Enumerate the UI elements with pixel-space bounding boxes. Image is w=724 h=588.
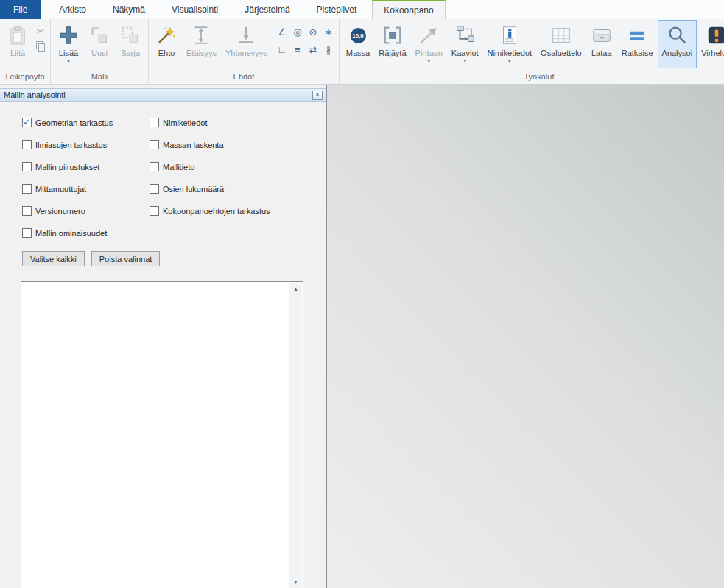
tab-arkisto[interactable]: Arkisto [48, 0, 97, 19]
analyze-button[interactable]: Analysoi [658, 20, 697, 68]
checkbox-box[interactable] [150, 140, 159, 149]
checkbox-box[interactable] [22, 140, 32, 149]
scroll-up-button[interactable]: ▲ [289, 283, 302, 295]
checkbox-label: Osien lukumäärä [163, 185, 224, 194]
checkbox-box[interactable] [150, 162, 159, 171]
checkbox-box[interactable] [150, 118, 159, 127]
angle-constraint-button[interactable]: ∠ [275, 25, 289, 39]
error-log-button[interactable]: Virheloki [697, 20, 724, 68]
dropdown-arrow-icon: ▾ [67, 58, 70, 63]
workspace: Mallin analysointi × Geometrian tarkastu… [0, 85, 724, 588]
item-data-button[interactable]: Nimiketiedot ▾ [483, 20, 537, 68]
checkbox-label: Massan laskenta [163, 141, 224, 149]
tab-kokoonpano[interactable]: Kokoonpano [372, 0, 445, 19]
scroll-down-button[interactable]: ▼ [289, 575, 302, 588]
checkbox-box[interactable] [22, 184, 32, 194]
checkbox-mittamuuttujat[interactable]: Mittamuuttujat [22, 184, 150, 194]
close-icon: × [315, 91, 320, 99]
mass-badge-icon: 10,0 [351, 23, 366, 48]
checkbox-label: Mallitieto [163, 163, 194, 171]
checkbox-box[interactable] [22, 162, 32, 171]
checkbox-box[interactable] [22, 206, 32, 216]
solve-button[interactable]: Ratkaise [617, 20, 658, 68]
checkbox-mallin-piirustukset[interactable]: Mallin piirustukset [22, 162, 150, 171]
tab-visualisointi[interactable]: Visualisointi [161, 0, 229, 19]
analysis-options: Geometrian tarkastus Ilmiasujen tarkastu… [22, 118, 270, 250]
checkbox-kokoonpanoehtojen-tarkastus[interactable]: Kokoonpanoehtojen tarkastus [150, 206, 270, 216]
checkbox-osien-lukumaara[interactable]: Osien lukumäärä [150, 184, 270, 194]
parts-list-table-icon [550, 23, 572, 48]
add-plus-icon [57, 23, 80, 48]
antiparallel-constraint-button[interactable]: ∦ [321, 43, 336, 57]
pattern-constraint-icon: ∗ [324, 27, 332, 37]
cut-icon: ✂ [37, 26, 45, 36]
checkbox-massan-laskenta[interactable]: Massan laskenta [150, 140, 270, 149]
condition-button[interactable]: Ehto [151, 20, 182, 68]
group-label-leikepoyta: Leikepöytä [2, 70, 48, 84]
ribbon: Liitä ✂ Leikepöytä [0, 19, 724, 85]
checkbox-label: Nimiketiedot [163, 118, 208, 127]
checkbox-mallitieto[interactable]: Mallitieto [150, 162, 270, 171]
ribbon-group-leikepoyta: Liitä ✂ Leikepöytä [0, 19, 51, 84]
parts-list-button[interactable]: Osaluettelo [536, 20, 586, 68]
checkbox-label: Mallin ominaisuudet [35, 229, 107, 238]
analysis-results-list[interactable]: ▲ ▼ [21, 281, 303, 588]
mass-button[interactable]: 10,0 Massa [342, 20, 374, 68]
checkbox-label: Mallin piirustukset [35, 163, 99, 171]
distance-constraint-button[interactable]: Etäisyys [182, 20, 221, 68]
checkbox-box[interactable] [150, 184, 159, 194]
tab-jarjestelma[interactable]: Järjestelmä [233, 0, 301, 19]
checkbox-box[interactable] [22, 228, 32, 238]
ribbon-group-tyokalut: 10,0 Massa Räjäytä Pintaan ▾ [340, 19, 724, 84]
tab-pistepilvet[interactable]: Pistepilvet [306, 0, 368, 19]
distance-icon [190, 23, 212, 48]
checkbox-versionumero[interactable]: Versionumero [22, 206, 150, 216]
mass-value-badge: 10,0 [351, 28, 366, 43]
scrollbar-track[interactable] [289, 295, 302, 575]
series-button[interactable]: Sarja [115, 20, 146, 68]
concentric-constraint-button[interactable]: ◎ [290, 25, 305, 39]
checkbox-box[interactable] [22, 118, 32, 127]
opposite-constraint-button[interactable]: ⇄ [306, 43, 320, 57]
new-icon [88, 23, 110, 48]
opposite-constraint-icon: ⇄ [309, 45, 317, 54]
explode-button[interactable]: Räjäytä [374, 20, 410, 68]
app-window: File Arkisto Näkymä Visualisointi Järjes… [0, 0, 724, 588]
3d-viewport[interactable] [327, 85, 724, 588]
perpendicular-constraint-button[interactable]: ∟ [275, 43, 289, 57]
listbox-scrollbar[interactable]: ▲ ▼ [289, 283, 302, 588]
scroll-down-icon: ▼ [293, 579, 298, 584]
parallel-constraint-button[interactable]: ≡ [290, 43, 305, 57]
checkbox-nimiketiedot[interactable]: Nimiketiedot [150, 118, 270, 127]
add-part-button[interactable]: Lisää ▾ [53, 20, 84, 68]
checkbox-mallin-ominaisuudet[interactable]: Mallin ominaisuudet [22, 228, 150, 238]
schematics-button[interactable]: Kaaviot ▾ [447, 20, 483, 68]
tab-nakyma[interactable]: Näkymä [102, 0, 156, 19]
tangent-constraint-button[interactable]: ⊘ [306, 25, 320, 39]
checkbox-label: Kokoonpanoehtojen tarkastus [163, 207, 270, 216]
explode-icon [382, 23, 404, 48]
select-all-button[interactable]: Valitse kaikki [22, 251, 85, 266]
to-surface-arrow-icon [418, 23, 440, 48]
coincidence-constraint-button[interactable]: Yhtenevyys [221, 20, 272, 68]
panel-close-button[interactable]: × [312, 91, 323, 100]
concentric-constraint-icon: ◎ [293, 27, 301, 37]
paste-button[interactable]: Liitä [2, 20, 33, 68]
error-exclamation-icon [706, 23, 724, 48]
load-button[interactable]: Lataa [586, 20, 617, 68]
ribbon-tab-bar: File Arkisto Näkymä Visualisointi Järjes… [0, 0, 724, 19]
analysis-panel: Mallin analysointi × Geometrian tarkastu… [0, 85, 327, 588]
coincidence-icon [235, 23, 257, 48]
pattern-constraint-button[interactable]: ∗ [321, 25, 336, 39]
checkbox-geometrian-tarkastus[interactable]: Geometrian tarkastus [22, 118, 150, 127]
checkbox-ilmiasujen-tarkastus[interactable]: Ilmiasujen tarkastus [22, 140, 150, 149]
tab-file[interactable]: File [0, 0, 41, 19]
paste-icon [7, 23, 29, 48]
clear-selection-button[interactable]: Poista valinnat [91, 251, 161, 266]
checkbox-box[interactable] [150, 206, 159, 216]
scroll-up-icon: ▲ [293, 286, 298, 291]
copy-button[interactable] [33, 40, 48, 54]
to-surface-button[interactable]: Pintaan ▾ [411, 20, 447, 68]
cut-button[interactable]: ✂ [33, 24, 48, 38]
new-button[interactable]: Uusi [84, 20, 115, 68]
